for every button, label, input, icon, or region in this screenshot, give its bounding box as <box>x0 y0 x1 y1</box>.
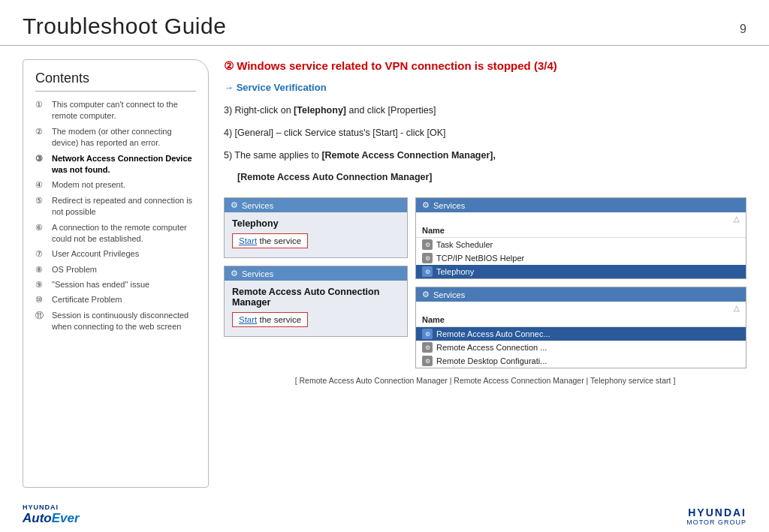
list-item: ⑧OS Problem <box>35 264 196 275</box>
start-link-box: Start the service <box>232 233 308 248</box>
item-num: ⑤ <box>35 195 47 218</box>
services-label-2: Services <box>433 290 465 299</box>
remote-title-bar: ⚙ Services <box>225 266 407 281</box>
list-item: ⚙ Remote Desktop Configurati... <box>416 354 746 368</box>
services-list-bar-2: ⚙ Services <box>416 287 746 302</box>
item-text: Session is continuously disconnected whe… <box>52 310 196 333</box>
remote-start-link-box: Start the service <box>232 312 308 327</box>
page-number: 9 <box>740 23 746 39</box>
telephony-title-bar: ⚙ Services <box>225 198 407 212</box>
remote-body: Remote Access Auto ConnectionManager Sta… <box>225 281 407 336</box>
item-text: "Session has ended" issue <box>52 279 149 290</box>
services-list-bar-1: ⚙ Services <box>416 198 746 212</box>
arrow-label: Service Verification <box>224 82 746 93</box>
contents-list: ①This computer can't connect to the remo… <box>35 99 196 333</box>
services-label-1: Services <box>433 201 465 210</box>
telephony-panel: ⚙ Services Telephony Start the service <box>224 197 408 258</box>
contents-sidebar: Contents ①This computer can't connect to… <box>23 59 209 488</box>
list-item: ⚙ Task Scheduler <box>416 238 746 251</box>
gear-icon-3: ⚙ <box>422 200 430 210</box>
step-3: 3) Right-click on [Telephony] and click … <box>224 104 746 118</box>
scroll-indicator-2: △ <box>734 304 740 312</box>
item-num: ⑥ <box>35 222 47 245</box>
step-5a: 5) The same applies to [Remote Access Co… <box>224 149 746 163</box>
item-num: ② <box>35 126 47 149</box>
service-name-r2: Remote Access Connection ... <box>436 343 547 352</box>
telephony-block: ⚙ Services Telephony Start the service ⚙ <box>224 197 408 368</box>
remote-panel-title: Services <box>242 269 273 278</box>
remote-start-link[interactable]: Start <box>239 315 257 324</box>
service-icon-r3: ⚙ <box>422 356 433 366</box>
item-text: This computer can't connect to the remot… <box>52 99 196 122</box>
list-item: ⑨"Session has ended" issue <box>35 279 196 290</box>
list-item: ⑩Certificate Problem <box>35 294 196 305</box>
name-col-1: Name <box>416 224 746 238</box>
list-item-selected[interactable]: ⚙ Telephony <box>416 265 746 278</box>
service-name: Task Scheduler <box>436 240 493 249</box>
contents-title: Contents <box>35 71 196 92</box>
service-icon-r1: ⚙ <box>422 329 433 339</box>
step-4: 4) [General] – click Service status's [S… <box>224 126 746 140</box>
service-name-r1: Remote Access Auto Connec... <box>436 329 550 338</box>
page-title: Troubleshoot Guide <box>23 14 226 39</box>
list-item: ⑥A connection to the remote computer cou… <box>35 222 196 245</box>
start-link[interactable]: Start <box>239 236 257 245</box>
item-text: Redirect is repeated and connection is n… <box>52 195 196 218</box>
service-name-selected: Telephony <box>436 267 474 276</box>
list-item: ⑦User Account Privileges <box>35 248 196 260</box>
list-item: ⚙ Remote Access Connection ... <box>416 341 746 354</box>
item-text: A connection to the remote computer coul… <box>52 222 196 245</box>
item-text: OS Problem <box>52 264 97 275</box>
service-icon-selected: ⚙ <box>422 266 433 277</box>
item-num: ③ <box>35 153 47 176</box>
item-num: ⑦ <box>35 248 47 260</box>
remote-services-list: ⚙ Services △ Name ⚙ Remote Access Auto C… <box>415 287 746 368</box>
remote-panel: ⚙ Services Remote Access Auto Connection… <box>224 266 408 337</box>
page-header: Troubleshoot Guide 9 <box>0 0 769 46</box>
step-5b: [Remote Access Auto Connection Manager] <box>237 170 746 185</box>
scroll-indicator-1: △ <box>734 215 740 223</box>
item-num: ④ <box>35 179 47 191</box>
list-item: ③Network Access Connection Device was no… <box>35 153 196 176</box>
service-name-r3: Remote Desktop Configurati... <box>436 356 547 365</box>
item-num: ⑨ <box>35 279 47 290</box>
list-item: ①This computer can't connect to the remo… <box>35 99 196 122</box>
hyundai-motor-text: HYUNDAI <box>688 506 746 518</box>
services-lists-column: ⚙ Services △ Name ⚙ Task Scheduler <box>415 197 746 368</box>
list-item: ⑤Redirect is repeated and connection is … <box>35 195 196 218</box>
telephony-service-name: Telephony <box>232 218 400 229</box>
item-num: ① <box>35 99 47 122</box>
service-icon: ⚙ <box>422 239 433 250</box>
telephony-services-list: ⚙ Services △ Name ⚙ Task Scheduler <box>415 197 746 279</box>
name-col-2: Name <box>416 313 746 327</box>
services-list-body-1: △ Name ⚙ Task Scheduler ⚙ TCP/IP NetBIOS… <box>416 212 746 278</box>
main-content: Contents ①This computer can't connect to… <box>0 46 769 495</box>
item-text: Modem not present. <box>52 179 125 191</box>
footer: HYUNDAI AutoEver HYUNDAI MOTOR GROUP <box>0 501 769 532</box>
telephony-body: Telephony Start the service <box>225 212 407 257</box>
autoever-text: AutoEver <box>23 512 80 526</box>
section-title: ② Windows service related to VPN connect… <box>224 59 746 73</box>
item-text: Certificate Problem <box>52 294 122 305</box>
screenshots-area: ⚙ Services Telephony Start the service ⚙ <box>224 197 746 368</box>
item-num: ⑧ <box>35 264 47 275</box>
gear-icon: ⚙ <box>231 200 238 210</box>
item-num: ⑪ <box>35 310 47 333</box>
service-icon: ⚙ <box>422 253 433 263</box>
gear-icon-4: ⚙ <box>422 290 430 299</box>
telephony-panel-title: Services <box>242 201 273 210</box>
hyundai-autoever-logo: HYUNDAI AutoEver <box>23 504 80 526</box>
services-list-body-2: △ Name ⚙ Remote Access Auto Connec... ⚙ … <box>416 302 746 368</box>
caption: [ Remote Access Auto Connection Manager … <box>224 376 746 385</box>
gear-icon-2: ⚙ <box>231 269 238 278</box>
motor-group-text: MOTOR GROUP <box>686 518 746 526</box>
right-content: ② Windows service related to VPN connect… <box>224 59 746 488</box>
list-item: ⑪Session is continuously disconnected wh… <box>35 310 196 333</box>
item-text: The modem (or other connecting device) h… <box>52 126 196 149</box>
service-name: TCP/IP NetBIOS Helper <box>436 254 524 263</box>
list-item-remote-selected[interactable]: ⚙ Remote Access Auto Connec... <box>416 327 746 341</box>
list-item: ②The modem (or other connecting device) … <box>35 126 196 149</box>
remote-service-name: Remote Access Auto ConnectionManager <box>232 287 400 308</box>
service-icon-r2: ⚙ <box>422 342 433 353</box>
item-num: ⑩ <box>35 294 47 305</box>
